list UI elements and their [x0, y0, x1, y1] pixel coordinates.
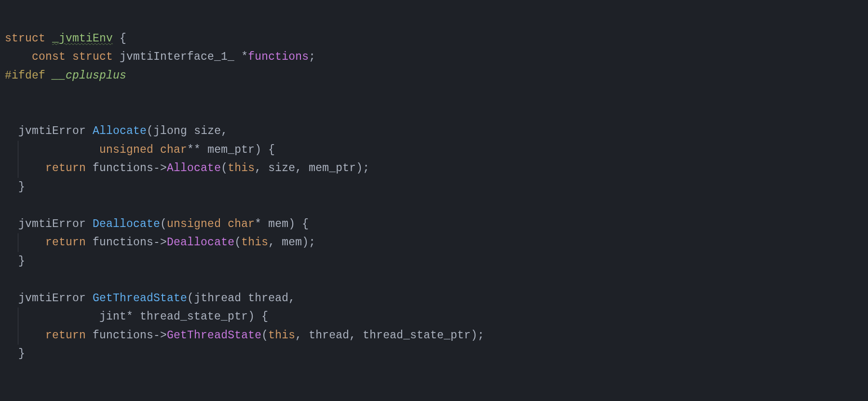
func-allocate-close: } [5, 181, 25, 193]
func-getthreadstate-sig-1: jvmtiError GetThreadState(jthread thread… [5, 292, 295, 305]
keyword-this: this [241, 236, 268, 249]
comma: , [349, 329, 363, 342]
semicolon: ; [309, 51, 315, 63]
func-name-deallocate: Deallocate [93, 218, 160, 230]
keyword-char: char [228, 218, 255, 230]
comma: , [268, 236, 282, 249]
keyword-char: char [160, 144, 187, 156]
param-name: size [194, 125, 221, 137]
keyword-return: return [45, 329, 86, 342]
type-interface: jvmtiInterface_1_ [120, 51, 234, 63]
comma: , [288, 292, 295, 305]
arrow-op: -> [153, 329, 167, 342]
func-deallocate-close: } [5, 255, 25, 267]
stmt-end: ); [356, 162, 369, 174]
brace-close: } [18, 348, 25, 360]
param-name: mem [268, 218, 288, 230]
keyword-struct: struct [72, 51, 113, 63]
indent [5, 292, 18, 305]
arrow-op: -> [153, 162, 167, 174]
paren-open: ( [221, 162, 228, 174]
param-name: thread_state_ptr [140, 310, 248, 323]
arg: mem_ptr [309, 162, 356, 174]
param-name: thread [248, 292, 288, 305]
paren-open: ( [187, 292, 194, 305]
keyword-return: return [45, 236, 86, 249]
stmt-end: ); [471, 329, 484, 342]
indent [18, 144, 99, 156]
paren-open: ( [261, 329, 268, 342]
keyword-struct: struct [5, 32, 45, 45]
brace-open: { [113, 32, 126, 45]
paren-open: ( [147, 125, 153, 137]
ident-functions: functions [93, 162, 153, 174]
func-deallocate-body: return functions->Deallocate(this, mem); [5, 236, 315, 249]
pointer-stars: ** [187, 144, 201, 156]
code-line-1: struct _jvmtiEnv { [5, 32, 126, 45]
indent [18, 162, 45, 174]
call-getthreadstate: GetThreadState [167, 329, 261, 342]
macro-cplusplus: __cplusplus [52, 69, 126, 82]
arrow-op: -> [153, 236, 167, 249]
pointer-star: * [126, 310, 133, 323]
paren-open: ( [160, 218, 167, 230]
func-deallocate-sig: jvmtiError Deallocate(unsigned char* mem… [5, 218, 309, 230]
keyword-const: const [32, 51, 66, 63]
brace-close: } [18, 255, 25, 267]
stmt-end: ); [302, 236, 315, 249]
code-line-3: #ifdef __cplusplus [5, 69, 126, 82]
return-type: jvmtiError [18, 218, 86, 230]
paren-brace: ) { [288, 218, 309, 230]
keyword-unsigned: unsigned [99, 144, 153, 156]
call-allocate: Allocate [167, 162, 221, 174]
param-type: jlong [153, 125, 187, 137]
comma: , [255, 162, 268, 174]
func-getthreadstate-body: return functions->GetThreadState(this, t… [5, 329, 484, 342]
keyword-unsigned: unsigned [167, 218, 221, 230]
keyword-this: this [228, 162, 255, 174]
indent [18, 236, 45, 249]
indent [18, 329, 45, 342]
indent [5, 348, 18, 360]
type-jvmtienv: _jvmtiEnv [52, 32, 113, 45]
param-name: mem_ptr [207, 144, 255, 156]
keyword-this: this [268, 329, 295, 342]
func-getthreadstate-sig-2: jint* thread_state_ptr) { [5, 310, 268, 323]
comma: , [295, 329, 309, 342]
paren-open: ( [234, 236, 241, 249]
indent [5, 181, 18, 193]
func-getthreadstate-close: } [5, 348, 25, 360]
preproc-ifdef: #ifdef [5, 69, 45, 82]
func-allocate-body: return functions->Allocate(this, size, m… [5, 162, 369, 174]
return-type: jvmtiError [18, 292, 86, 305]
indent [5, 218, 18, 230]
keyword-return: return [45, 162, 86, 174]
ident-functions: functions [93, 236, 153, 249]
func-name-allocate: Allocate [93, 125, 147, 137]
arg: thread [309, 329, 349, 342]
arg: size [268, 162, 295, 174]
indent [5, 125, 18, 137]
indent [5, 255, 18, 267]
comma: , [295, 162, 309, 174]
param-type: jthread [194, 292, 241, 305]
pointer-star: * [241, 51, 248, 63]
arg: mem [282, 236, 302, 249]
paren-brace: ) { [248, 310, 268, 323]
ident-functions: functions [93, 329, 153, 342]
param-type: jint [99, 310, 126, 323]
func-allocate-sig-1: jvmtiError Allocate(jlong size, [5, 125, 228, 137]
paren-brace: ) { [255, 144, 275, 156]
code-line-2: const struct jvmtiInterface_1_ *function… [5, 51, 315, 63]
member-functions: functions [248, 51, 309, 63]
func-allocate-sig-2: unsigned char** mem_ptr) { [5, 144, 275, 156]
arg: thread_state_ptr [363, 329, 471, 342]
return-type: jvmtiError [18, 125, 86, 137]
code-editor[interactable]: struct _jvmtiEnv { const struct jvmtiInt… [0, 0, 868, 368]
comma: , [221, 125, 228, 137]
indent [18, 310, 99, 323]
indent [5, 51, 32, 63]
pointer-star: * [255, 218, 261, 230]
call-deallocate: Deallocate [167, 236, 234, 249]
brace-close: } [18, 181, 25, 193]
